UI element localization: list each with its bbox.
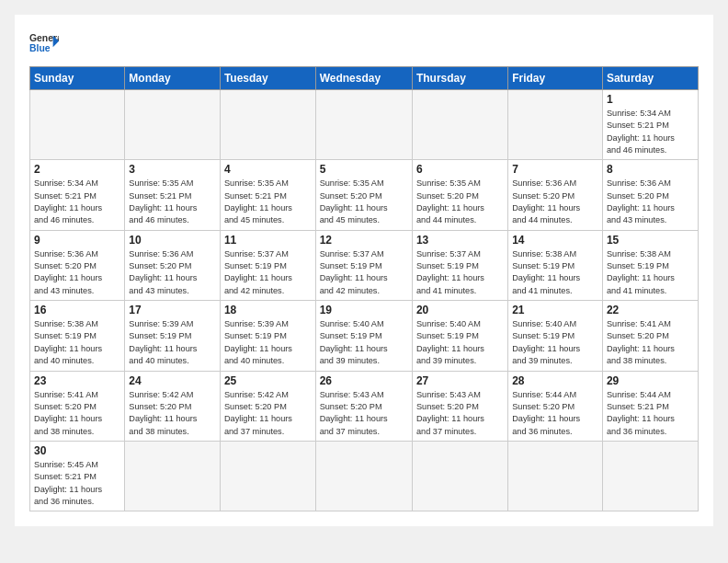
day-number: 25 <box>224 374 312 387</box>
day-number: 7 <box>512 163 598 176</box>
calendar-cell <box>30 90 125 160</box>
day-info: Sunrise: 5:39 AM Sunset: 5:19 PM Dayligh… <box>224 318 312 367</box>
day-info: Sunrise: 5:45 AM Sunset: 5:21 PM Dayligh… <box>34 459 120 508</box>
calendar-week-1: 1Sunrise: 5:34 AM Sunset: 5:21 PM Daylig… <box>30 90 699 160</box>
weekday-header-row: SundayMondayTuesdayWednesdayThursdayFrid… <box>30 67 699 90</box>
weekday-header-thursday: Thursday <box>412 67 507 90</box>
logo-icon: General Blue <box>29 29 59 59</box>
day-info: Sunrise: 5:39 AM Sunset: 5:19 PM Dayligh… <box>129 318 216 367</box>
weekday-header-tuesday: Tuesday <box>220 67 315 90</box>
day-info: Sunrise: 5:34 AM Sunset: 5:21 PM Dayligh… <box>34 178 120 226</box>
calendar-cell: 17Sunrise: 5:39 AM Sunset: 5:19 PM Dayli… <box>125 301 221 371</box>
day-number: 27 <box>416 374 504 387</box>
weekday-header-sunday: Sunday <box>30 67 125 90</box>
calendar-cell: 22Sunrise: 5:41 AM Sunset: 5:20 PM Dayli… <box>602 301 698 371</box>
calendar-cell: 11Sunrise: 5:37 AM Sunset: 5:19 PM Dayli… <box>220 230 315 300</box>
day-number: 1 <box>607 93 694 106</box>
calendar-cell: 24Sunrise: 5:42 AM Sunset: 5:20 PM Dayli… <box>125 371 221 441</box>
header: General Blue <box>29 29 699 59</box>
day-info: Sunrise: 5:36 AM Sunset: 5:20 PM Dayligh… <box>34 248 120 297</box>
day-info: Sunrise: 5:43 AM Sunset: 5:20 PM Dayligh… <box>320 389 408 438</box>
calendar-cell <box>125 441 221 511</box>
calendar-cell: 4Sunrise: 5:35 AM Sunset: 5:21 PM Daylig… <box>220 160 315 230</box>
day-info: Sunrise: 5:35 AM Sunset: 5:21 PM Dayligh… <box>129 178 216 226</box>
day-info: Sunrise: 5:37 AM Sunset: 5:19 PM Dayligh… <box>320 248 408 297</box>
day-number: 5 <box>320 163 408 176</box>
calendar-cell <box>602 441 698 511</box>
day-number: 10 <box>129 234 216 247</box>
calendar: SundayMondayTuesdayWednesdayThursdayFrid… <box>29 66 699 511</box>
weekday-header-friday: Friday <box>508 67 603 90</box>
day-info: Sunrise: 5:35 AM Sunset: 5:20 PM Dayligh… <box>320 178 408 226</box>
calendar-cell: 28Sunrise: 5:44 AM Sunset: 5:20 PM Dayli… <box>508 371 603 441</box>
calendar-cell: 9Sunrise: 5:36 AM Sunset: 5:20 PM Daylig… <box>30 230 125 300</box>
day-info: Sunrise: 5:40 AM Sunset: 5:19 PM Dayligh… <box>320 318 408 367</box>
day-number: 12 <box>320 234 408 247</box>
day-number: 8 <box>607 163 694 176</box>
day-number: 17 <box>129 304 216 316</box>
day-info: Sunrise: 5:38 AM Sunset: 5:19 PM Dayligh… <box>607 248 694 297</box>
day-number: 30 <box>34 444 120 457</box>
calendar-week-2: 2Sunrise: 5:34 AM Sunset: 5:21 PM Daylig… <box>30 160 699 230</box>
day-info: Sunrise: 5:43 AM Sunset: 5:20 PM Dayligh… <box>416 389 504 438</box>
calendar-cell: 18Sunrise: 5:39 AM Sunset: 5:19 PM Dayli… <box>220 301 315 371</box>
day-number: 9 <box>34 234 120 247</box>
svg-text:Blue: Blue <box>29 43 51 53</box>
calendar-cell <box>315 441 412 511</box>
day-number: 22 <box>607 304 694 316</box>
calendar-cell: 26Sunrise: 5:43 AM Sunset: 5:20 PM Dayli… <box>315 371 412 441</box>
calendar-cell: 30Sunrise: 5:45 AM Sunset: 5:21 PM Dayli… <box>30 441 125 511</box>
calendar-week-3: 9Sunrise: 5:36 AM Sunset: 5:20 PM Daylig… <box>30 230 699 300</box>
calendar-cell: 1Sunrise: 5:34 AM Sunset: 5:21 PM Daylig… <box>602 90 698 160</box>
calendar-cell: 15Sunrise: 5:38 AM Sunset: 5:19 PM Dayli… <box>602 230 698 300</box>
day-number: 20 <box>416 304 504 316</box>
calendar-cell: 8Sunrise: 5:36 AM Sunset: 5:20 PM Daylig… <box>602 160 698 230</box>
day-number: 26 <box>320 374 408 387</box>
day-info: Sunrise: 5:38 AM Sunset: 5:19 PM Dayligh… <box>512 248 598 297</box>
day-info: Sunrise: 5:41 AM Sunset: 5:20 PM Dayligh… <box>34 389 120 438</box>
calendar-cell: 27Sunrise: 5:43 AM Sunset: 5:20 PM Dayli… <box>412 371 507 441</box>
day-number: 16 <box>34 304 120 316</box>
calendar-week-4: 16Sunrise: 5:38 AM Sunset: 5:19 PM Dayli… <box>30 301 699 371</box>
calendar-cell <box>508 441 603 511</box>
calendar-cell: 23Sunrise: 5:41 AM Sunset: 5:20 PM Dayli… <box>30 371 125 441</box>
day-number: 28 <box>512 374 598 387</box>
weekday-header-saturday: Saturday <box>602 67 698 90</box>
weekday-header-wednesday: Wednesday <box>315 67 412 90</box>
day-number: 3 <box>129 163 216 176</box>
day-number: 11 <box>224 234 312 247</box>
day-info: Sunrise: 5:34 AM Sunset: 5:21 PM Dayligh… <box>607 108 694 156</box>
day-number: 21 <box>512 304 598 316</box>
day-number: 2 <box>34 163 120 176</box>
calendar-cell: 6Sunrise: 5:35 AM Sunset: 5:20 PM Daylig… <box>412 160 507 230</box>
day-info: Sunrise: 5:35 AM Sunset: 5:21 PM Dayligh… <box>224 178 312 226</box>
calendar-cell: 5Sunrise: 5:35 AM Sunset: 5:20 PM Daylig… <box>315 160 412 230</box>
calendar-week-5: 23Sunrise: 5:41 AM Sunset: 5:20 PM Dayli… <box>30 371 699 441</box>
day-info: Sunrise: 5:40 AM Sunset: 5:19 PM Dayligh… <box>416 318 504 367</box>
calendar-cell: 16Sunrise: 5:38 AM Sunset: 5:19 PM Dayli… <box>30 301 125 371</box>
day-info: Sunrise: 5:42 AM Sunset: 5:20 PM Dayligh… <box>129 389 216 438</box>
calendar-cell <box>220 90 315 160</box>
day-number: 4 <box>224 163 312 176</box>
calendar-cell: 20Sunrise: 5:40 AM Sunset: 5:19 PM Dayli… <box>412 301 507 371</box>
day-number: 13 <box>416 234 504 247</box>
calendar-cell <box>315 90 412 160</box>
calendar-cell <box>125 90 221 160</box>
calendar-cell: 3Sunrise: 5:35 AM Sunset: 5:21 PM Daylig… <box>125 160 221 230</box>
day-number: 19 <box>320 304 408 316</box>
calendar-cell: 14Sunrise: 5:38 AM Sunset: 5:19 PM Dayli… <box>508 230 603 300</box>
day-number: 24 <box>129 374 216 387</box>
page: General Blue SundayMondayTuesdayWednesda… <box>15 15 713 526</box>
calendar-cell: 13Sunrise: 5:37 AM Sunset: 5:19 PM Dayli… <box>412 230 507 300</box>
day-info: Sunrise: 5:36 AM Sunset: 5:20 PM Dayligh… <box>512 178 598 226</box>
calendar-cell <box>220 441 315 511</box>
calendar-cell <box>508 90 603 160</box>
day-info: Sunrise: 5:44 AM Sunset: 5:20 PM Dayligh… <box>512 389 598 438</box>
logo: General Blue <box>29 29 59 59</box>
calendar-cell: 2Sunrise: 5:34 AM Sunset: 5:21 PM Daylig… <box>30 160 125 230</box>
day-info: Sunrise: 5:35 AM Sunset: 5:20 PM Dayligh… <box>416 178 504 226</box>
calendar-cell: 19Sunrise: 5:40 AM Sunset: 5:19 PM Dayli… <box>315 301 412 371</box>
day-number: 23 <box>34 374 120 387</box>
calendar-cell: 25Sunrise: 5:42 AM Sunset: 5:20 PM Dayli… <box>220 371 315 441</box>
day-info: Sunrise: 5:40 AM Sunset: 5:19 PM Dayligh… <box>512 318 598 367</box>
